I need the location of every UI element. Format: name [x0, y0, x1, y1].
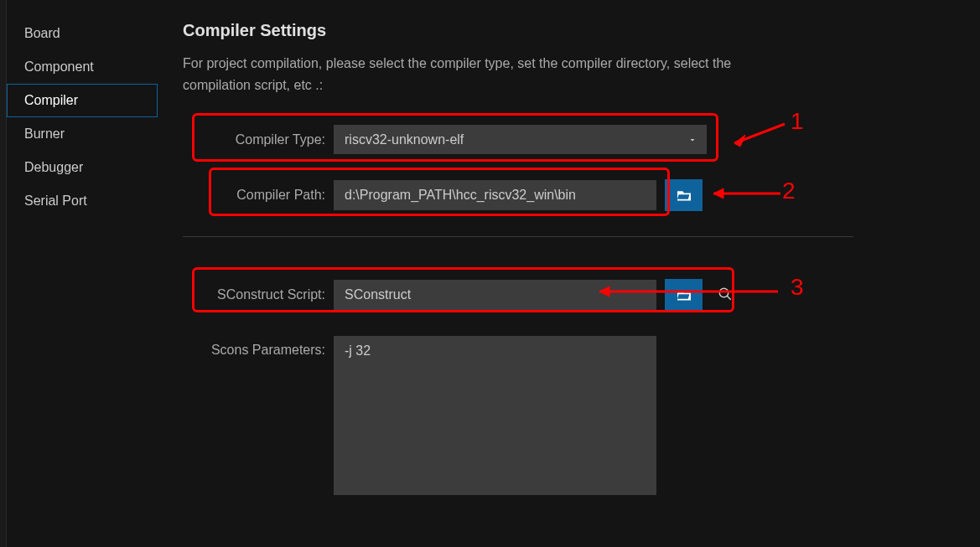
sidebar-item-compiler[interactable]: Compiler	[7, 84, 158, 117]
annotation-number-3: 3	[791, 274, 804, 301]
sidebar: Board Component Compiler Burner Debugger…	[7, 0, 158, 547]
search-icon	[718, 286, 733, 302]
browse-button-sconstruct[interactable]	[665, 279, 703, 311]
activity-bar	[0, 0, 7, 547]
label-scons-params: Scons Parameters:	[204, 336, 334, 358]
sidebar-item-debugger[interactable]: Debugger	[7, 151, 158, 184]
textarea-scons-params[interactable]	[334, 336, 656, 495]
svg-line-7	[727, 296, 731, 300]
sidebar-item-serial-port[interactable]: Serial Port	[7, 184, 158, 218]
row-compiler-path: 2 Compiler Path:	[204, 179, 955, 211]
row-compiler-type: 1 Compiler Type: riscv32-unknown-elf	[204, 125, 955, 154]
form-section-compiler: 1 Compiler Type: riscv32-unknown-elf 2 C…	[204, 125, 955, 211]
folder-open-icon	[676, 288, 692, 302]
form-section-scons: 3 SConstruct Script: Scons Parameters:	[204, 279, 955, 495]
select-compiler-type[interactable]: riscv32-unknown-elf	[334, 125, 707, 154]
label-sconstruct-script: SConstruct Script:	[204, 287, 334, 302]
row-sconstruct-script: 3 SConstruct Script:	[204, 279, 955, 311]
page-title: Compiler Settings	[183, 21, 955, 40]
divider	[183, 236, 853, 237]
annotation-number-1: 1	[791, 108, 804, 135]
browse-button-compiler-path[interactable]	[665, 179, 703, 211]
folder-open-icon	[676, 188, 692, 202]
main-panel: Compiler Settings For project compilatio…	[158, 0, 980, 547]
svg-line-0	[734, 124, 785, 143]
sidebar-item-component[interactable]: Component	[7, 50, 158, 84]
page-subtitle: For project compilation, please select t…	[183, 53, 786, 95]
sidebar-item-burner[interactable]: Burner	[7, 117, 158, 151]
row-scons-params: Scons Parameters:	[204, 336, 955, 495]
svg-marker-3	[713, 188, 723, 199]
annotation-number-2: 2	[782, 178, 796, 204]
label-compiler-type: Compiler Type:	[204, 132, 334, 147]
label-compiler-path: Compiler Path:	[204, 188, 334, 203]
annotation-arrow-2	[705, 186, 785, 201]
sidebar-item-board[interactable]: Board	[7, 17, 158, 50]
input-sconstruct-script[interactable]	[334, 280, 656, 310]
svg-marker-1	[734, 135, 745, 147]
svg-point-6	[719, 288, 729, 297]
search-button-sconstruct[interactable]	[711, 280, 739, 311]
annotation-arrow-1	[722, 120, 789, 149]
input-compiler-path[interactable]	[334, 180, 656, 210]
